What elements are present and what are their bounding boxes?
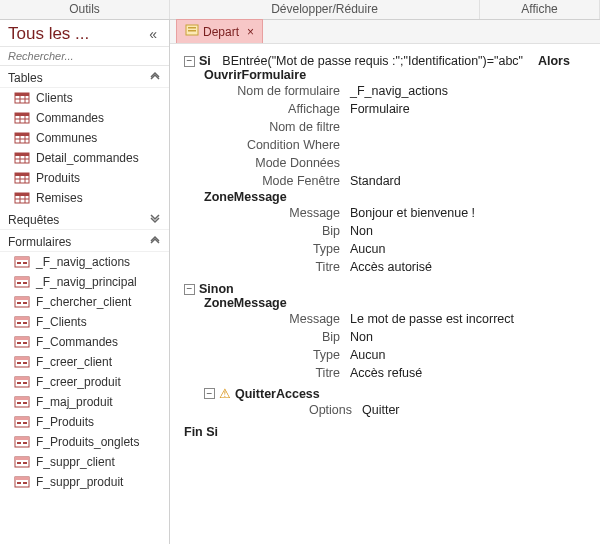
tab-depart[interactable]: Depart × bbox=[176, 19, 263, 43]
keyword-alors: Alors bbox=[538, 54, 570, 68]
sidebar-item-label: F_chercher_client bbox=[36, 295, 131, 309]
sidebar-item-label: Clients bbox=[36, 91, 73, 105]
sidebar-item-form[interactable]: F_creer_produit bbox=[0, 372, 169, 392]
form-icon bbox=[14, 435, 30, 449]
sidebar-item-form[interactable]: F_Clients bbox=[0, 312, 169, 332]
table-icon bbox=[14, 151, 30, 165]
table-icon bbox=[14, 171, 30, 185]
svg-rect-56 bbox=[17, 382, 21, 384]
sidebar-item-form[interactable]: _F_navig_principal bbox=[0, 272, 169, 292]
svg-rect-53 bbox=[23, 362, 27, 364]
svg-rect-75 bbox=[15, 477, 29, 480]
sidebar-item-table[interactable]: Clients bbox=[0, 88, 169, 108]
document-tabbar: Depart × bbox=[170, 20, 600, 44]
sidebar-item-label: F_Produits bbox=[36, 415, 94, 429]
action-quitteraccess[interactable]: QuitterAccess bbox=[235, 387, 320, 401]
svg-rect-31 bbox=[15, 257, 29, 260]
svg-rect-41 bbox=[23, 302, 27, 304]
sidebar-item-label: F_suppr_produit bbox=[36, 475, 123, 489]
caret-up-icon bbox=[149, 234, 161, 249]
ribbon-tools[interactable]: Outils bbox=[0, 0, 170, 19]
svg-rect-26 bbox=[15, 193, 29, 196]
if-expression[interactable]: BEntrée("Mot de passe requis :";"Identif… bbox=[222, 54, 523, 68]
sidebar-item-form[interactable]: F_Produits bbox=[0, 412, 169, 432]
sidebar-item-label: F_creer_produit bbox=[36, 375, 121, 389]
svg-rect-49 bbox=[23, 342, 27, 344]
sidebar-item-form[interactable]: F_suppr_client bbox=[0, 452, 169, 472]
sidebar-item-form[interactable]: F_creer_client bbox=[0, 352, 169, 372]
svg-rect-6 bbox=[15, 113, 29, 116]
sidebar-item-table[interactable]: Detail_commandes bbox=[0, 148, 169, 168]
nav-title[interactable]: Tous les ... bbox=[8, 24, 145, 44]
sidebar-item-label: Detail_commandes bbox=[36, 151, 139, 165]
sidebar-item-form[interactable]: _F_navig_actions bbox=[0, 252, 169, 272]
form-icon bbox=[14, 455, 30, 469]
group-requetes[interactable]: Requêtes bbox=[0, 208, 169, 230]
tab-label: Depart bbox=[203, 25, 239, 39]
search-input[interactable] bbox=[8, 50, 161, 62]
svg-rect-52 bbox=[17, 362, 21, 364]
svg-rect-77 bbox=[23, 482, 27, 484]
sidebar-item-label: Communes bbox=[36, 131, 97, 145]
group-tables[interactable]: Tables bbox=[0, 66, 169, 88]
sidebar-item-table[interactable]: Communes bbox=[0, 128, 169, 148]
sidebar-item-label: F_creer_client bbox=[36, 355, 112, 369]
nav-collapse-icon[interactable]: « bbox=[145, 26, 161, 42]
table-icon bbox=[14, 111, 30, 125]
action-ouvrirformulaire[interactable]: OuvrirFormulaire bbox=[184, 68, 590, 82]
svg-rect-73 bbox=[23, 462, 27, 464]
svg-rect-80 bbox=[188, 30, 196, 32]
svg-rect-69 bbox=[23, 442, 27, 444]
ribbon-show[interactable]: Affiche bbox=[480, 0, 600, 19]
svg-rect-16 bbox=[15, 153, 29, 156]
svg-rect-64 bbox=[17, 422, 21, 424]
form-icon bbox=[14, 475, 30, 489]
sidebar-item-label: F_Commandes bbox=[36, 335, 118, 349]
form-icon bbox=[14, 255, 30, 269]
svg-rect-59 bbox=[15, 397, 29, 400]
svg-rect-35 bbox=[15, 277, 29, 280]
svg-rect-40 bbox=[17, 302, 21, 304]
sidebar-item-label: F_Clients bbox=[36, 315, 87, 329]
svg-rect-61 bbox=[23, 402, 27, 404]
sidebar-item-label: Produits bbox=[36, 171, 80, 185]
sidebar-item-form[interactable]: F_Commandes bbox=[0, 332, 169, 352]
group-formulaires[interactable]: Formulaires bbox=[0, 230, 169, 252]
svg-rect-57 bbox=[23, 382, 27, 384]
action-zonemessage[interactable]: ZoneMessage bbox=[184, 296, 590, 310]
svg-rect-44 bbox=[17, 322, 21, 324]
sidebar-item-form[interactable]: F_Produits_onglets bbox=[0, 432, 169, 452]
sidebar-item-table[interactable]: Remises bbox=[0, 188, 169, 208]
caret-up-icon bbox=[149, 70, 161, 85]
svg-rect-1 bbox=[15, 93, 29, 96]
svg-rect-33 bbox=[23, 262, 27, 264]
collapse-toggle[interactable]: − bbox=[204, 388, 215, 399]
form-icon bbox=[14, 415, 30, 429]
sidebar-item-table[interactable]: Produits bbox=[0, 168, 169, 188]
sidebar-item-label: Remises bbox=[36, 191, 83, 205]
form-icon bbox=[14, 375, 30, 389]
close-icon[interactable]: × bbox=[247, 25, 254, 39]
svg-rect-43 bbox=[15, 317, 29, 320]
caret-down-icon bbox=[149, 212, 161, 227]
sidebar-item-form[interactable]: F_chercher_client bbox=[0, 292, 169, 312]
sidebar-item-label: _F_navig_actions bbox=[36, 255, 130, 269]
svg-rect-48 bbox=[17, 342, 21, 344]
svg-rect-55 bbox=[15, 377, 29, 380]
warning-icon: ⚠ bbox=[219, 386, 231, 401]
ribbon-expand-collapse[interactable]: Développer/Réduire bbox=[170, 0, 480, 19]
sidebar-item-table[interactable]: Commandes bbox=[0, 108, 169, 128]
keyword-finsi: Fin Si bbox=[184, 425, 590, 439]
action-zonemessage[interactable]: ZoneMessage bbox=[184, 190, 590, 204]
collapse-toggle[interactable]: − bbox=[184, 284, 195, 295]
sidebar-item-form[interactable]: F_maj_produit bbox=[0, 392, 169, 412]
svg-rect-51 bbox=[15, 357, 29, 360]
ribbon-toolbar: Outils Développer/Réduire Affiche bbox=[0, 0, 600, 20]
macro-editor: − Si BEntrée("Mot de passe requis :";"Id… bbox=[170, 44, 600, 449]
form-icon bbox=[14, 275, 30, 289]
collapse-toggle[interactable]: − bbox=[184, 56, 195, 67]
svg-rect-21 bbox=[15, 173, 29, 176]
sidebar-item-label: _F_navig_principal bbox=[36, 275, 137, 289]
sidebar-item-form[interactable]: F_suppr_produit bbox=[0, 472, 169, 492]
form-icon bbox=[14, 295, 30, 309]
